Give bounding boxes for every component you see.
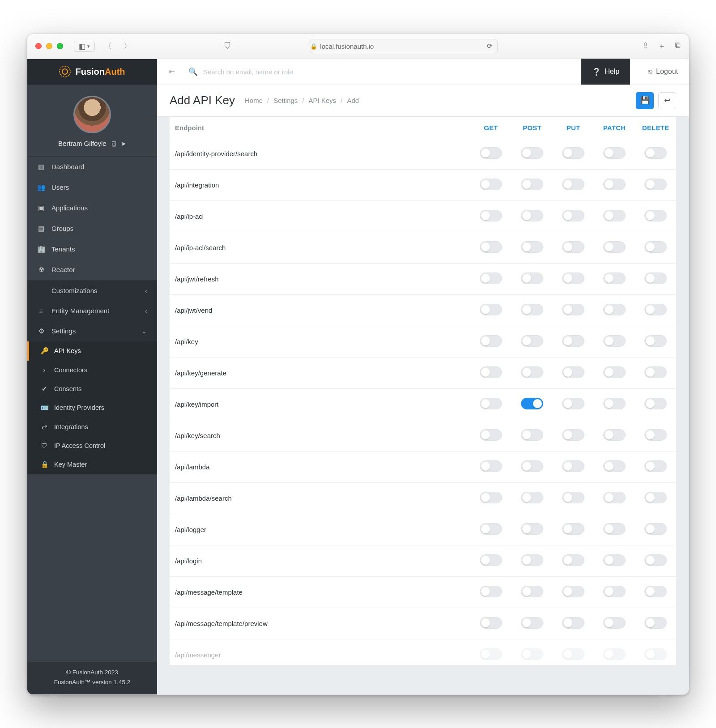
toggle-get[interactable] — [480, 179, 502, 190]
toggle-patch[interactable] — [603, 648, 626, 660]
toggle-put[interactable] — [562, 617, 584, 629]
toggle-post[interactable] — [521, 492, 543, 503]
toggle-get[interactable] — [480, 460, 502, 472]
toggle-get[interactable] — [480, 335, 502, 347]
toggle-put[interactable] — [562, 429, 584, 441]
toggle-get[interactable] — [480, 429, 502, 441]
toggle-put[interactable] — [562, 366, 584, 378]
toggle-delete[interactable] — [644, 366, 667, 378]
toggle-get[interactable] — [480, 147, 502, 159]
minimize-window-icon[interactable] — [46, 43, 52, 49]
address-bar[interactable]: 🔒 local.fusionauth.io ⟳ — [310, 39, 498, 53]
toggle-post[interactable] — [521, 241, 543, 253]
maximize-window-icon[interactable] — [57, 43, 63, 49]
sidebar-group-settings[interactable]: ⚙ Settings — [27, 321, 157, 341]
col-get[interactable]: GET — [470, 117, 511, 138]
toggle-post[interactable] — [521, 554, 543, 566]
toggle-put[interactable] — [562, 492, 584, 503]
sidebar-item-dashboard[interactable]: ▥ Dashboard — [27, 157, 157, 177]
search-input[interactable] — [203, 68, 574, 76]
toggle-get[interactable] — [480, 398, 502, 409]
toggle-post[interactable] — [521, 272, 543, 284]
toggle-patch[interactable] — [603, 586, 626, 597]
avatar[interactable] — [73, 96, 111, 133]
toggle-post[interactable] — [521, 179, 543, 190]
col-put[interactable]: PUT — [553, 117, 594, 138]
reload-icon[interactable]: ⟳ — [487, 42, 497, 50]
toggle-patch[interactable] — [603, 335, 626, 347]
toggle-post[interactable] — [521, 304, 543, 315]
toggle-post[interactable] — [521, 335, 543, 347]
toggle-get[interactable] — [480, 617, 502, 629]
new-tab-icon[interactable]: ＋ — [658, 41, 666, 51]
toggle-patch[interactable] — [603, 429, 626, 441]
toggle-put[interactable] — [562, 648, 584, 660]
toggle-delete[interactable] — [644, 617, 667, 629]
toggle-delete[interactable] — [644, 429, 667, 441]
toggle-patch[interactable] — [603, 492, 626, 503]
toggle-patch[interactable] — [603, 460, 626, 472]
toggle-put[interactable] — [562, 460, 584, 472]
toggle-put[interactable] — [562, 335, 584, 347]
toggle-delete[interactable] — [644, 554, 667, 566]
toggle-post[interactable] — [521, 366, 543, 378]
toggle-post[interactable] — [521, 147, 543, 159]
collapse-sidebar-button[interactable]: ⇤ — [162, 67, 181, 77]
toggle-patch[interactable] — [603, 554, 626, 566]
toggle-patch[interactable] — [603, 366, 626, 378]
col-delete[interactable]: DELETE — [635, 117, 676, 138]
sidebar-item-groups[interactable]: ▤ Groups — [27, 218, 157, 239]
toggle-post[interactable] — [521, 398, 543, 409]
toggle-patch[interactable] — [603, 147, 626, 159]
sidebar-toggle-button[interactable]: ◧ ▾ — [74, 41, 95, 52]
toggle-patch[interactable] — [603, 398, 626, 409]
toggle-put[interactable] — [562, 586, 584, 597]
tabs-icon[interactable]: ⧉ — [675, 41, 681, 51]
back-button[interactable]: ↩ — [658, 92, 676, 109]
toggle-put[interactable] — [562, 398, 584, 409]
toggle-patch[interactable] — [603, 617, 626, 629]
toggle-delete[interactable] — [644, 398, 667, 409]
toggle-get[interactable] — [480, 272, 502, 284]
sidebar-group-customizations[interactable]: Customizations — [27, 281, 157, 301]
toggle-put[interactable] — [562, 523, 584, 535]
toggle-get[interactable] — [480, 366, 502, 378]
crumb-settings[interactable]: Settings — [273, 97, 298, 104]
toggle-put[interactable] — [562, 179, 584, 190]
toggle-delete[interactable] — [644, 272, 667, 284]
col-patch[interactable]: PATCH — [594, 117, 635, 138]
sidebar-item-reactor[interactable]: ☢ Reactor — [27, 260, 157, 280]
toggle-delete[interactable] — [644, 241, 667, 253]
toggle-delete[interactable] — [644, 492, 667, 503]
toggle-delete[interactable] — [644, 304, 667, 315]
toggle-get[interactable] — [480, 304, 502, 315]
toggle-put[interactable] — [562, 241, 584, 253]
col-post[interactable]: POST — [511, 117, 553, 138]
toggle-delete[interactable] — [644, 523, 667, 535]
logout-button[interactable]: ⎋ Logout — [637, 59, 689, 85]
toggle-put[interactable] — [562, 147, 584, 159]
settings-api-keys[interactable]: 🔑 API Keys — [27, 341, 157, 361]
toggle-put[interactable] — [562, 210, 584, 221]
toggle-patch[interactable] — [603, 304, 626, 315]
toggle-post[interactable] — [521, 648, 543, 660]
privacy-shield-icon[interactable]: ⛉ — [221, 40, 234, 53]
toggle-patch[interactable] — [603, 179, 626, 190]
window-traffic-lights[interactable] — [35, 43, 63, 49]
toggle-patch[interactable] — [603, 210, 626, 221]
toggle-put[interactable] — [562, 304, 584, 315]
nav-forward-button[interactable]: 〉 — [121, 39, 134, 53]
settings-ip-access-control[interactable]: 🛡 IP Access Control — [27, 436, 157, 455]
toggle-patch[interactable] — [603, 241, 626, 253]
toggle-get[interactable] — [480, 241, 502, 253]
toggle-get[interactable] — [480, 492, 502, 503]
toggle-post[interactable] — [521, 210, 543, 221]
toggle-patch[interactable] — [603, 272, 626, 284]
toggle-put[interactable] — [562, 554, 584, 566]
help-button[interactable]: ❔ Help — [581, 59, 630, 85]
toggle-post[interactable] — [521, 429, 543, 441]
toggle-post[interactable] — [521, 617, 543, 629]
toggle-delete[interactable] — [644, 179, 667, 190]
crumb-home[interactable]: Home — [245, 97, 263, 104]
toggle-put[interactable] — [562, 272, 584, 284]
